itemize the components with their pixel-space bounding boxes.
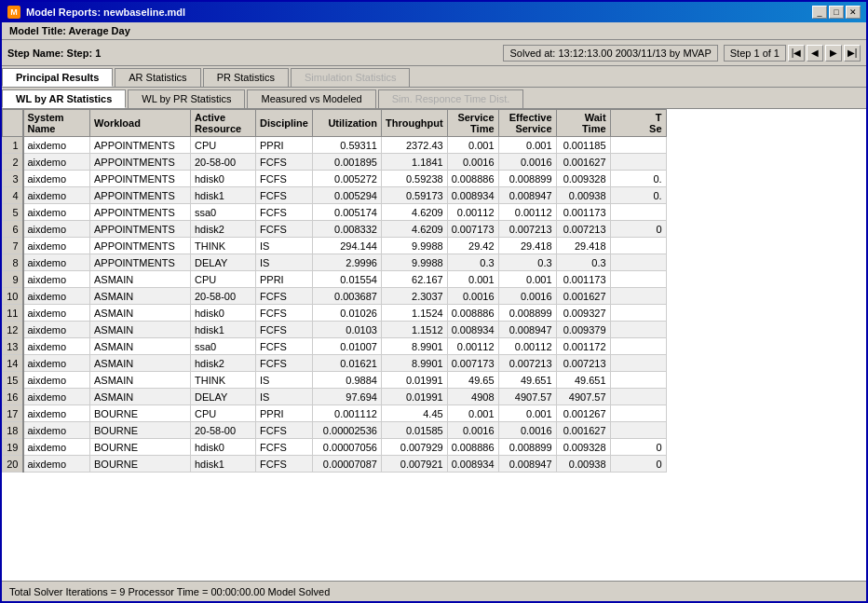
cell-system: aixdemo — [23, 137, 90, 154]
sub-tab-wl-ar[interactable]: WL by AR Statistics — [2, 89, 126, 108]
cell-discipline: IS — [256, 372, 313, 389]
tab-principal-results[interactable]: Principal Results — [2, 68, 113, 87]
cell-rownum: 4 — [3, 187, 23, 204]
cell-system: aixdemo — [23, 355, 90, 372]
cell-throughput: 9.9988 — [381, 254, 447, 271]
cell-effective-service: 0.008899 — [498, 305, 556, 322]
cell-effective-service: 0.001 — [498, 271, 556, 288]
cell-utilization: 0.9884 — [312, 372, 381, 389]
cell-rownum: 16 — [3, 389, 23, 405]
cell-rownum: 18 — [3, 422, 23, 439]
cell-service-time: 0.008934 — [447, 322, 498, 338]
table-row: 4aixdemoAPPOINTMENTShdisk1FCFS0.0052940.… — [3, 187, 667, 204]
cell-effective-service: 0.001 — [498, 137, 556, 154]
cell-throughput: 0.59238 — [381, 171, 447, 187]
cell-throughput: 0.59173 — [381, 187, 447, 204]
cell-discipline: PPRI — [256, 137, 313, 154]
cell-t-se: 0 — [610, 221, 666, 238]
cell-throughput: 0.007929 — [381, 439, 447, 456]
cell-throughput: 9.9988 — [381, 238, 447, 254]
cell-service-time: 0.007173 — [447, 221, 498, 238]
cell-active-resource: hdisk0 — [191, 305, 256, 322]
cell-utilization: 0.59311 — [312, 137, 381, 154]
cell-wait-time: 0.009328 — [556, 439, 610, 456]
col-header-throughput: Throughput — [381, 110, 447, 137]
data-table: SystemName Workload ActiveResource Disci… — [2, 109, 667, 473]
cell-discipline: FCFS — [256, 154, 313, 171]
cell-effective-service: 0.008947 — [498, 187, 556, 204]
cell-effective-service: 0.008899 — [498, 171, 556, 187]
cell-t-se — [610, 322, 666, 338]
cell-system: aixdemo — [23, 372, 90, 389]
cell-utilization: 0.005174 — [312, 204, 381, 221]
cell-system: aixdemo — [23, 238, 90, 254]
cell-utilization: 0.00007056 — [312, 439, 381, 456]
cell-workload: APPOINTMENTS — [90, 238, 191, 254]
cell-throughput: 1.1512 — [381, 322, 447, 338]
tab-simulation-statistics[interactable]: Simulation Statistics — [291, 68, 410, 87]
cell-wait-time: 49.651 — [556, 372, 610, 389]
cell-rownum: 9 — [3, 271, 23, 288]
table-row: 11aixdemoASMAINhdisk0FCFS0.010261.15240.… — [3, 305, 667, 322]
cell-t-se — [610, 355, 666, 372]
cell-utilization: 0.01554 — [312, 271, 381, 288]
cell-wait-time: 0.001627 — [556, 154, 610, 171]
nav-prev-button[interactable]: ◀ — [807, 45, 823, 62]
cell-throughput: 4.6209 — [381, 204, 447, 221]
title-bar: M Model Reports: newbaseline.mdl _ □ ✕ — [2, 2, 866, 22]
window-title: Model Reports: newbaseline.mdl — [26, 7, 185, 18]
tab-ar-statistics[interactable]: AR Statistics — [115, 68, 200, 87]
cell-discipline: IS — [256, 238, 313, 254]
cell-workload: ASMAIN — [90, 322, 191, 338]
nav-last-button[interactable]: ▶| — [844, 45, 861, 62]
step-name: Step Name: Step: 1 — [7, 48, 101, 59]
cell-wait-time: 0.00938 — [556, 456, 610, 473]
cell-service-time: 0.008934 — [447, 456, 498, 473]
solved-at: Solved at: 13:12:13.00 2003/11/13 by MVA… — [503, 45, 717, 62]
cell-utilization: 0.008332 — [312, 221, 381, 238]
cell-system: aixdemo — [23, 422, 90, 439]
nav-next-button[interactable]: ▶ — [825, 45, 842, 62]
cell-discipline: IS — [256, 254, 313, 271]
cell-service-time: 0.008886 — [447, 171, 498, 187]
cell-discipline: PPRI — [256, 271, 313, 288]
step-info: Solved at: 13:12:13.00 2003/11/13 by MVA… — [503, 45, 861, 62]
cell-throughput: 2.3037 — [381, 288, 447, 305]
sub-tab-wl-pr[interactable]: WL by PR Statistics — [128, 89, 245, 108]
cell-t-se — [610, 137, 666, 154]
cell-service-time: 0.001 — [447, 405, 498, 422]
tab-pr-statistics[interactable]: PR Statistics — [203, 68, 289, 87]
minimize-button[interactable]: _ — [812, 6, 827, 19]
cell-throughput: 8.9901 — [381, 338, 447, 355]
cell-effective-service: 0.007213 — [498, 221, 556, 238]
col-header-utilization: Utilization — [312, 110, 381, 137]
cell-workload: APPOINTMENTS — [90, 221, 191, 238]
col-header-t-se: TSe — [610, 110, 666, 137]
col-header-effective-service: EffectiveService — [498, 110, 556, 137]
sub-tab-measured-vs-modeled[interactable]: Measured vs Modeled — [247, 89, 375, 108]
cell-workload: APPOINTMENTS — [90, 204, 191, 221]
cell-effective-service: 0.0016 — [498, 422, 556, 439]
cell-t-se — [610, 154, 666, 171]
cell-active-resource: ssa0 — [191, 338, 256, 355]
cell-service-time: 0.007173 — [447, 355, 498, 372]
table-row: 10aixdemoASMAIN20-58-00FCFS0.0036872.303… — [3, 288, 667, 305]
cell-throughput: 0.007921 — [381, 456, 447, 473]
step-bar: Step Name: Step: 1 Solved at: 13:12:13.0… — [2, 40, 866, 66]
cell-utilization: 0.01007 — [312, 338, 381, 355]
cell-utilization: 0.00007087 — [312, 456, 381, 473]
cell-system: aixdemo — [23, 187, 90, 204]
close-button[interactable]: ✕ — [846, 6, 861, 19]
cell-active-resource: 20-58-00 — [191, 288, 256, 305]
cell-workload: ASMAIN — [90, 355, 191, 372]
cell-effective-service: 0.00112 — [498, 204, 556, 221]
maximize-button[interactable]: □ — [829, 6, 844, 19]
cell-workload: ASMAIN — [90, 389, 191, 405]
cell-discipline: PPRI — [256, 405, 313, 422]
sub-tab-sim-response[interactable]: Sim. Responce Time Dist. — [378, 89, 524, 108]
col-header-rownum — [3, 110, 23, 137]
nav-first-button[interactable]: |◀ — [788, 45, 805, 62]
cell-effective-service: 29.418 — [498, 238, 556, 254]
data-table-container[interactable]: SystemName Workload ActiveResource Disci… — [2, 109, 866, 581]
cell-effective-service: 0.008947 — [498, 322, 556, 338]
